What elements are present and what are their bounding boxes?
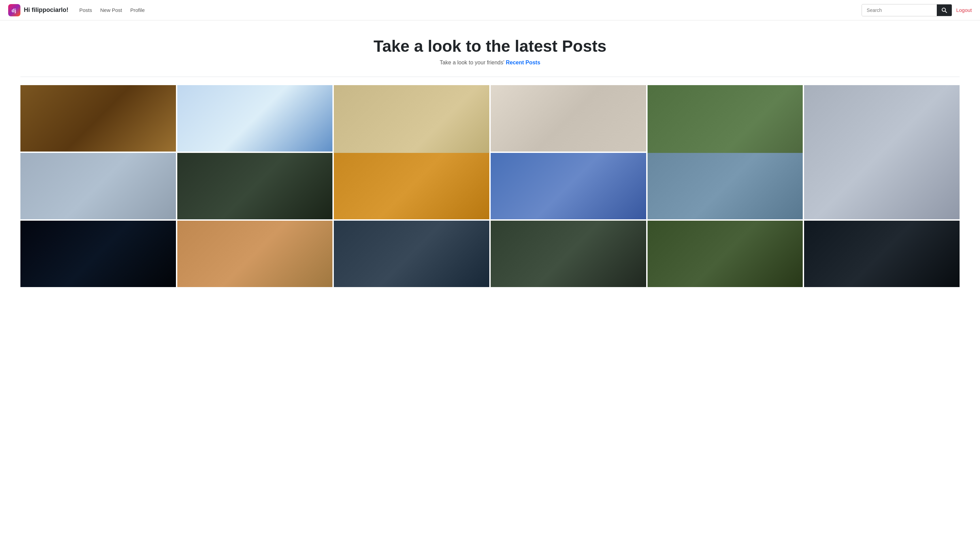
dj-logo: dj [8,4,21,16]
gallery-item-stadium-sunset[interactable] [804,221,959,287]
navbar: dj Hi filippociarlo! Posts New Post Prof… [0,0,980,21]
hero-subtitle-text: Take a look to your friends' [440,60,504,65]
gallery-item-american-flag[interactable] [491,153,646,219]
search-button[interactable] [937,5,952,16]
dj-logo-icon: dj [11,6,18,14]
gallery-item-city-hall[interactable] [648,221,803,287]
navbar-right: Logout [862,4,972,16]
gallery-item-antlers[interactable] [491,221,646,287]
gallery-item-cowboy[interactable] [21,85,176,152]
gallery-item-eastern-montana[interactable] [334,221,489,287]
gallery-item-canada-map[interactable] [177,85,333,152]
gallery-grid [0,85,980,301]
nav-new-post[interactable]: New Post [100,6,122,14]
nav-profile[interactable]: Profile [130,6,145,14]
hero-section: Take a look to the latest Posts Take a l… [0,21,980,77]
svg-text:dj: dj [11,8,16,13]
gallery-item-green-lambo[interactable] [177,153,333,219]
gallery-item-orange-lambo[interactable] [334,153,489,219]
hero-subtitle: Take a look to your friends' Recent Post… [8,60,972,66]
gallery-item-gherkin[interactable] [21,153,176,219]
gallery-item-earth-space[interactable] [21,221,176,287]
brand-name: Hi filippociarlo! [24,6,68,14]
nav-posts[interactable]: Posts [79,6,92,14]
gallery-item-desert[interactable] [177,221,333,287]
search-icon [942,8,947,13]
hero-title: Take a look to the latest Posts [8,37,972,56]
gallery-item-red-car[interactable] [491,85,646,152]
svg-line-2 [945,11,947,13]
recent-posts-link[interactable]: Recent Posts [506,60,540,65]
gallery-item-london-street[interactable] [804,85,959,219]
brand-logo-link[interactable]: dj Hi filippociarlo! [8,4,68,16]
gallery-item-river[interactable] [648,153,803,219]
section-divider [21,77,959,77]
search-container [862,4,952,16]
logout-link[interactable]: Logout [956,7,972,13]
nav-links: Posts New Post Profile [79,6,145,14]
search-input[interactable] [862,5,937,16]
